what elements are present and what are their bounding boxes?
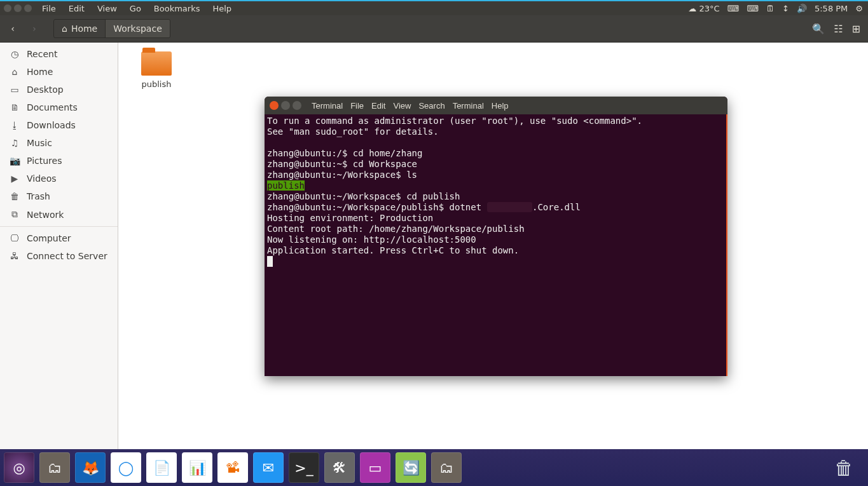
- dock-files[interactable]: 🗂: [39, 452, 70, 483]
- sidebar-item-label: Connect to Server: [27, 251, 107, 261]
- term-line: zhang@ubuntu:~/Workspace$ cd publish: [267, 191, 460, 201]
- term-line: zhang@ubuntu:~$ cd Workspace: [267, 159, 417, 169]
- dock-impress[interactable]: 📽: [217, 452, 248, 483]
- maximize-icon[interactable]: [24, 4, 32, 12]
- pictures-icon: 📷: [9, 156, 20, 166]
- grid-view-icon[interactable]: ⊞: [852, 23, 860, 35]
- close-icon[interactable]: [270, 101, 279, 110]
- weather-indicator[interactable]: ☁ 23°C: [688, 4, 719, 13]
- clock[interactable]: 5:58 PM: [815, 4, 848, 13]
- term-menu-view[interactable]: View: [393, 101, 411, 111]
- search-icon[interactable]: 🔍: [812, 23, 825, 35]
- term-line-part: .Core.dll: [532, 202, 581, 212]
- dock-calc[interactable]: 📊: [182, 452, 212, 483]
- folder-icon: [141, 51, 172, 76]
- sidebar-item-computer[interactable]: 🖵Computer: [0, 226, 118, 247]
- bottom-dock: ◎ 🗂 🦊 ◯ 📄 📊 📽 ✉ >_ 🛠 ▭ 🔄 🗂 🗑: [0, 449, 868, 486]
- terminal-window[interactable]: Terminal File Edit View Search Terminal …: [265, 97, 727, 376]
- menu-view[interactable]: View: [91, 4, 123, 13]
- term-menu-terminal2[interactable]: Terminal: [453, 101, 484, 111]
- sidebar-item-recent[interactable]: ◷Recent: [0, 45, 118, 63]
- terminal-menu: Terminal File Edit View Search Terminal …: [307, 101, 509, 111]
- dock-settings[interactable]: 🛠: [324, 452, 355, 483]
- computer-icon: 🖵: [9, 233, 20, 243]
- term-menu-edit[interactable]: Edit: [371, 101, 385, 111]
- dock-chromium[interactable]: ◯: [111, 452, 141, 483]
- forward-button[interactable]: ›: [27, 21, 42, 36]
- sidebar-item-pictures[interactable]: 📷Pictures: [0, 152, 118, 170]
- sidebar-item-desktop[interactable]: ▭Desktop: [0, 81, 118, 98]
- term-line: To run a command as administrator (user …: [267, 116, 642, 126]
- redacted-text: [487, 202, 532, 212]
- sidebar-item-connect-to-server[interactable]: 🖧Connect to Server: [0, 247, 118, 265]
- menu-help[interactable]: Help: [206, 4, 238, 13]
- minimize-icon[interactable]: [281, 101, 290, 110]
- term-menu-search[interactable]: Search: [418, 101, 444, 111]
- sidebar-item-label: Videos: [27, 173, 57, 184]
- sidebar-item-label: Computer: [27, 233, 71, 243]
- sidebar-item-label: Pictures: [27, 156, 62, 166]
- keyboard-indicator-icon[interactable]: ⌨: [727, 4, 740, 13]
- dock-screenshot[interactable]: ▭: [360, 452, 390, 483]
- system-indicators: ☁ 23°C ⌨ ⌨ 🗓 ↕ 🔊 5:58 PM ⚙: [688, 4, 868, 13]
- breadcrumb-home[interactable]: ⌂ Home: [54, 20, 106, 37]
- documents-icon: 🗎: [9, 102, 20, 112]
- dock-terminal[interactable]: >_: [289, 452, 319, 483]
- menu-go[interactable]: Go: [123, 4, 148, 13]
- menu-file[interactable]: File: [36, 4, 62, 13]
- sidebar-item-home[interactable]: ⌂Home: [0, 63, 118, 81]
- menu-bookmarks[interactable]: Bookmarks: [148, 4, 207, 13]
- top-panel: File Edit View Go Bookmarks Help ☁ 23°C …: [0, 0, 868, 15]
- session-gear-icon[interactable]: ⚙: [855, 4, 863, 13]
- dock-files-2[interactable]: 🗂: [431, 452, 462, 483]
- recent-icon: ◷: [9, 49, 20, 59]
- terminal-titlebar[interactable]: Terminal File Edit View Search Terminal …: [265, 97, 727, 114]
- dock-firefox[interactable]: 🦊: [75, 452, 106, 483]
- sidebar-item-videos[interactable]: ▶Videos: [0, 170, 118, 187]
- term-line: See "man sudo_root" for details.: [267, 126, 439, 137]
- menu-edit[interactable]: Edit: [62, 4, 91, 13]
- sidebar-item-label: Recent: [27, 49, 57, 59]
- sidebar-item-label: Home: [27, 67, 53, 77]
- keyboard-indicator-2-icon[interactable]: ⌨: [747, 4, 759, 13]
- dock-ubuntu-dash[interactable]: ◎: [4, 452, 34, 483]
- term-line: Application started. Press Ctrl+C to shu…: [267, 245, 519, 255]
- minimize-icon[interactable]: [14, 4, 22, 12]
- terminal-window-controls: [265, 101, 307, 110]
- sidebar-item-label: Music: [27, 138, 52, 148]
- folder-publish[interactable]: publish: [131, 51, 182, 89]
- music-icon: ♫: [9, 138, 20, 148]
- term-line: Content root path: /home/zhang/Workspace…: [267, 224, 525, 234]
- dock-writer[interactable]: 📄: [146, 452, 177, 483]
- global-menu: File Edit View Go Bookmarks Help: [36, 4, 238, 13]
- sidebar-item-network[interactable]: ⧉Network: [0, 205, 118, 224]
- back-button[interactable]: ‹: [5, 21, 20, 36]
- close-icon[interactable]: [4, 4, 11, 12]
- server-icon: 🖧: [9, 251, 20, 261]
- sidebar-item-documents[interactable]: 🗎Documents: [0, 98, 118, 116]
- sidebar-item-music[interactable]: ♫Music: [0, 134, 118, 152]
- volume-icon[interactable]: 🔊: [797, 4, 807, 13]
- dock-trash[interactable]: 🗑: [829, 452, 859, 483]
- sidebar-item-downloads[interactable]: ⭳Downloads: [0, 116, 118, 134]
- list-view-icon[interactable]: ☷: [834, 23, 843, 35]
- dock-software-updater[interactable]: 🔄: [396, 452, 426, 483]
- term-menu-terminal[interactable]: Terminal: [312, 101, 343, 111]
- term-line-part: zhang@ubuntu:~/Workspace/publish$ dotnet: [267, 202, 487, 212]
- maximize-icon[interactable]: [293, 101, 301, 110]
- network-icon[interactable]: ↕: [782, 4, 789, 13]
- dock-messaging[interactable]: ✉: [253, 452, 284, 483]
- folder-label: publish: [131, 79, 182, 89]
- terminal-body[interactable]: To run a command as administrator (user …: [265, 114, 727, 376]
- term-menu-help[interactable]: Help: [492, 101, 509, 111]
- breadcrumb-workspace[interactable]: Workspace: [106, 20, 170, 37]
- sidebar-item-trash[interactable]: 🗑Trash: [0, 187, 118, 205]
- terminal-cursor: [267, 256, 273, 267]
- term-line: zhang@ubuntu:~/Workspace$ ls: [267, 170, 417, 180]
- desktop-icon: ▭: [9, 84, 20, 95]
- term-line: zhang@ubuntu:/$ cd home/zhang: [267, 148, 422, 158]
- calendar-icon[interactable]: 🗓: [766, 4, 775, 13]
- file-manager-toolbar: ‹ › ⌂ Home Workspace 🔍 ☷ ⊞: [0, 15, 868, 43]
- term-line: Hosting environment: Production: [267, 213, 433, 223]
- term-menu-file[interactable]: File: [350, 101, 364, 111]
